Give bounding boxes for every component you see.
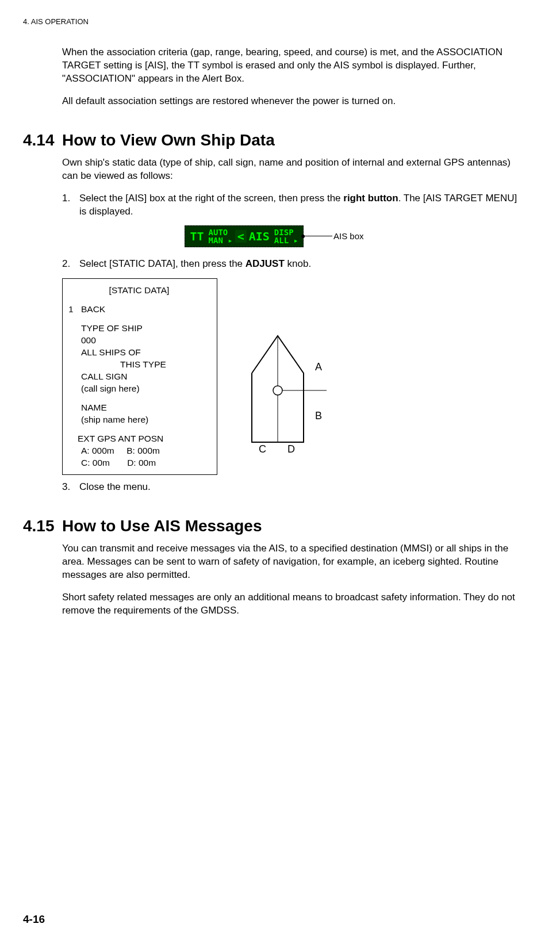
pointer-line (304, 236, 332, 236)
step-content: Select [STATIC DATA], then press the ADJ… (79, 258, 526, 271)
ext-b: B: 000m (126, 446, 160, 455)
static-data-figure: [STATIC DATA] 1 BACK TYPE OF SHIP 000 AL… (62, 278, 526, 475)
step-number: 1. (62, 192, 79, 218)
menu-type-of-ship: TYPE OF SHIP (81, 323, 210, 335)
section-4-14-heading: 4.14 How to View Own Ship Data (23, 131, 526, 150)
page-header: 4. AIS OPERATION (23, 17, 526, 26)
menu-ext-cd: C: 00m D: 00m (81, 457, 210, 469)
menu-title: [STATIC DATA] (68, 285, 210, 297)
step-2: 2. Select [STATIC DATA], then press the … (62, 258, 526, 271)
label-a: A (315, 361, 322, 373)
ais-box-figure: TT AUTOMAN ▸ < AIS DISPALL ▸ AIS box (23, 225, 526, 247)
svg-point-0 (273, 386, 282, 395)
menu-ext-ab: A: 000m B: 000m (81, 445, 210, 457)
disp-all-label: DISPALL ▸ (272, 228, 301, 245)
menu-ext-gps-label: EXT GPS ANT POSN (78, 433, 210, 445)
ext-a: A: 000m (81, 446, 114, 455)
step1-text-bold: right button (343, 193, 398, 204)
intro-paragraph-2: All default association settings are res… (62, 95, 526, 108)
menu-allships-2: THIS TYPE (120, 359, 210, 371)
step-number: 2. (62, 258, 79, 271)
page-number: 4-16 (23, 913, 45, 926)
intro-paragraph-1: When the association criteria (gap, rang… (62, 46, 526, 86)
step1-text-pre: Select the [AIS] box at the right of the… (79, 193, 343, 204)
menu-item-back: BACK (81, 304, 105, 316)
section-number: 4.14 (23, 131, 62, 150)
menu-name-value: (ship name here) (81, 414, 210, 426)
ais-label-text: AIS (247, 230, 272, 243)
auto-man-label: AUTOMAN ▸ (206, 228, 235, 245)
step-number: 3. (62, 481, 79, 494)
menu-type-value: 000 (81, 335, 210, 347)
pointer-dot (301, 235, 305, 238)
menu-callsign-value: (call sign here) (81, 383, 210, 395)
step2-text-pre: Select [STATIC DATA], then press the (79, 258, 246, 269)
menu-item-number: 1 (68, 304, 81, 316)
chevron-label: < (235, 230, 247, 243)
menu-name-label: NAME (81, 402, 210, 414)
static-data-menu: [STATIC DATA] 1 BACK TYPE OF SHIP 000 AL… (62, 278, 217, 475)
step-content: Select the [AIS] box at the right of the… (79, 192, 526, 218)
section-number: 4.15 (23, 517, 62, 535)
label-c: C (259, 443, 266, 455)
section-4-15-p2: Short safety related messages are only a… (62, 591, 526, 618)
menu-callsign-label: CALL SIGN (81, 371, 210, 383)
ship-svg: A B C D (235, 327, 338, 459)
label-b: B (315, 410, 322, 421)
menu-allships-1: ALL SHIPS OF (81, 347, 210, 359)
step2-text-bold: ADJUST (246, 258, 285, 269)
section-4-15-p1: You can transmit and receive messages vi… (62, 542, 526, 582)
step2-text-post: knob. (285, 258, 311, 269)
ext-d: D: 00m (127, 458, 156, 467)
section-4-15-heading: 4.15 How to Use AIS Messages (23, 517, 526, 535)
section-title: How to View Own Ship Data (62, 131, 275, 150)
section-title: How to Use AIS Messages (62, 517, 262, 535)
step-1: 1. Select the [AIS] box at the right of … (62, 192, 526, 218)
ext-c: C: 00m (81, 458, 110, 467)
step-3: 3. Close the menu. (62, 481, 526, 494)
section-4-14-intro: Own ship's static data (type of ship, ca… (62, 156, 526, 183)
ship-diagram: A B C D (235, 327, 338, 462)
step-content: Close the menu. (79, 481, 526, 494)
label-d: D (287, 443, 295, 455)
ais-box-caption: AIS box (333, 231, 364, 241)
ais-box-image: TT AUTOMAN ▸ < AIS DISPALL ▸ (185, 225, 304, 247)
tt-label: TT (187, 230, 206, 243)
